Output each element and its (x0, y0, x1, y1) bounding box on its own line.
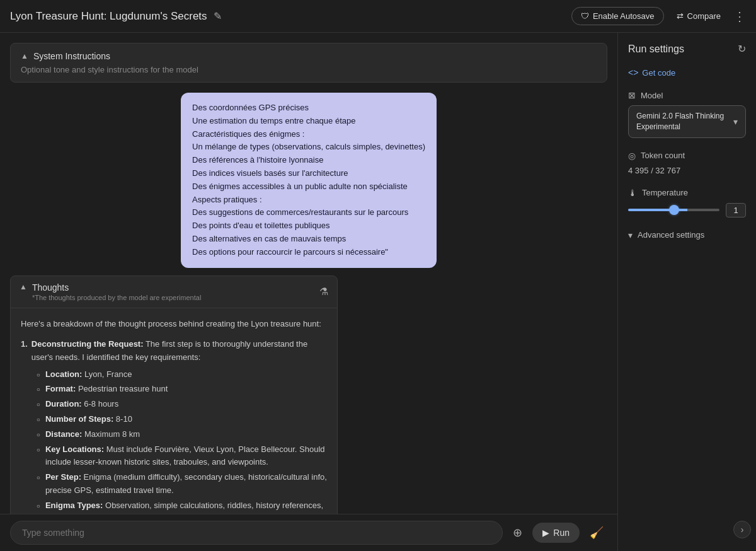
user-message-line-11: Des alternatives en cas de mauvais temps (192, 233, 425, 246)
chevron-down-icon: ▾ (628, 230, 633, 240)
sidebar-collapse-button[interactable]: › (733, 521, 751, 538)
page-title: Lyon Treasure Hunt: Lugdunum's Secrets (10, 10, 207, 23)
thoughts-block: ▲ Thoughts *The thoughts produced by the… (10, 276, 338, 514)
conversation-area: Des coordonnées GPS précises Une estimat… (0, 88, 617, 514)
user-message-bubble: Des coordonnées GPS précises Une estimat… (181, 93, 437, 268)
user-message-line-5: Des références à l'histoire lyonnaise (192, 154, 425, 167)
run-button[interactable]: ▶ Run (532, 523, 580, 543)
edit-icon[interactable]: ✎ (214, 10, 222, 22)
broom-icon: 🧹 (590, 526, 604, 539)
thoughts-intro: Here's a breakdown of the thought proces… (21, 317, 327, 330)
thoughts-list: 1. Deconstructing the Request: The first… (21, 338, 327, 514)
thoughts-header: ▲ Thoughts *The thoughts produced by the… (11, 276, 337, 308)
user-message-line-7: Des énigmes accessibles à un public adul… (192, 180, 425, 194)
autosave-button[interactable]: 🛡 Enable Autosave (571, 7, 664, 25)
list-item: Number of Steps: 8-10 (37, 413, 327, 426)
sidebar-header: Run settings ↻ (628, 43, 746, 55)
model-selector[interactable]: Gemini 2.0 Flash Thinking Experimental ▾ (628, 105, 746, 138)
chat-input[interactable] (10, 521, 503, 545)
thoughts-subtitle: *The thoughts produced by the model are … (32, 294, 201, 301)
advanced-settings-row[interactable]: ▾ Advanced settings (628, 230, 746, 240)
list-item: 1. Deconstructing the Request: The first… (21, 338, 327, 514)
user-message-line-4: Un mélange de types (observations, calcu… (192, 141, 425, 154)
thoughts-collapse-icon[interactable]: ▲ (20, 282, 27, 291)
thoughts-header-left: ▲ Thoughts *The thoughts produced by the… (20, 282, 201, 301)
run-icon: ▶ (542, 528, 549, 538)
topbar: Lyon Treasure Hunt: Lugdunum's Secrets ✎… (0, 0, 756, 33)
shield-icon: 🛡 (581, 11, 589, 21)
topbar-left: Lyon Treasure Hunt: Lugdunum's Secrets ✎ (10, 10, 222, 23)
compare-icon: ⇄ (677, 11, 684, 21)
main-content: ▲ System Instructions Optional tone and … (0, 33, 756, 551)
list-item: Key Locations: Must include Fourvière, V… (37, 443, 327, 470)
list-item: Enigma Types: Observation, simple calcul… (37, 499, 327, 514)
list-item: Format: Pedestrian treasure hunt (37, 383, 327, 396)
temperature-label: 🌡 Temperature (628, 188, 746, 198)
input-bar: ⊕ ▶ Run 🧹 (0, 514, 617, 551)
user-message-line-2: Une estimation du temps entre chaque éta… (192, 115, 425, 128)
temperature-value: 1 (726, 203, 746, 218)
user-message-line-12: Des options pour raccourcir le parcours … (192, 246, 425, 259)
get-code-link[interactable]: <> Get code (628, 67, 746, 78)
model-setting-section: ⊠ Model Gemini 2.0 Flash Thinking Experi… (628, 90, 746, 138)
model-name-label: Gemini 2.0 Flash Thinking Experimental (636, 111, 733, 132)
system-instructions-header: ▲ System Instructions (21, 51, 597, 61)
flask-icon: ⚗ (319, 286, 328, 298)
plus-icon: ⊕ (513, 526, 522, 539)
run-settings-title: Run settings (628, 44, 684, 55)
compare-button[interactable]: ⇄ Compare (677, 11, 721, 21)
user-message-line-10: Des points d'eau et toilettes publiques (192, 219, 425, 233)
system-instructions-title: System Instructions (33, 51, 110, 61)
temperature-slider[interactable] (628, 209, 719, 211)
center-panel: ▲ System Instructions Optional tone and … (0, 33, 617, 551)
code-icon: <> (628, 67, 638, 78)
system-instructions-panel: ▲ System Instructions Optional tone and … (10, 43, 607, 83)
temperature-slider-row: 1 (628, 203, 746, 218)
user-message-line-6: Des indices visuels basés sur l'architec… (192, 167, 425, 180)
add-content-button[interactable]: ⊕ (509, 522, 526, 543)
user-message-line-9: Des suggestions de commerces/restaurants… (192, 206, 425, 219)
token-count-label: ◎ Token count (628, 151, 746, 161)
thoughts-content: Here's a breakdown of the thought proces… (11, 308, 337, 514)
clear-conversation-button[interactable]: 🧹 (586, 522, 607, 543)
chevron-right-icon: › (741, 525, 744, 535)
user-message-line-3: Caractéristiques des énigmes : (192, 128, 425, 141)
advanced-settings-label: Advanced settings (638, 230, 704, 240)
model-setting-label: ⊠ Model (628, 90, 746, 100)
right-sidebar: Run settings ↻ <> Get code ⊠ Model Gemin… (617, 33, 756, 551)
list-item: Distance: Maximum 8 km (37, 428, 327, 441)
token-icon: ◎ (628, 151, 636, 161)
refresh-icon[interactable]: ↻ (738, 43, 746, 55)
list-item: Duration: 6-8 hours (37, 398, 327, 411)
topbar-right: 🛡 Enable Autosave ⇄ Compare ⋮ (571, 7, 746, 25)
user-message-line-1: Des coordonnées GPS précises (192, 102, 425, 115)
thermometer-icon: 🌡 (628, 188, 637, 198)
system-instructions-placeholder: Optional tone and style instructions for… (21, 65, 597, 74)
token-count-value: 4 395 / 32 767 (628, 166, 746, 175)
list-item: Location: Lyon, France (37, 368, 327, 381)
collapse-icon[interactable]: ▲ (21, 52, 28, 61)
list-item: Per Step: Enigma (medium difficulty), se… (37, 471, 327, 497)
token-count-section: ◎ Token count 4 395 / 32 767 (628, 151, 746, 175)
model-icon: ⊠ (628, 90, 636, 100)
dropdown-arrow-icon: ▾ (733, 117, 738, 127)
bullet-list-1: Location: Lyon, France Format: Pedestria… (37, 368, 327, 514)
temperature-setting-section: 🌡 Temperature 1 (628, 188, 746, 218)
thoughts-title: Thoughts (32, 282, 201, 293)
more-menu-icon[interactable]: ⋮ (733, 9, 746, 24)
user-message-line-8: Aspects pratiques : (192, 194, 425, 207)
